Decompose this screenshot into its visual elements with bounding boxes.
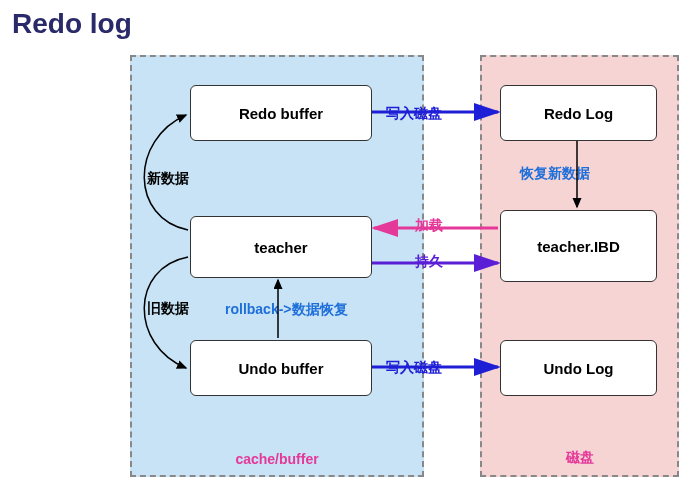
- redo-log-box: Redo Log: [500, 85, 657, 141]
- undo-log-box: Undo Log: [500, 340, 657, 396]
- cache-zone-label: cache/buffer: [235, 451, 318, 467]
- new-data-label: 新数据: [147, 170, 189, 188]
- write-disk-label-2: 写入磁盘: [386, 359, 442, 377]
- teacher-ibd-box: teacher.IBD: [500, 210, 657, 282]
- redo-buffer-box: Redo buffer: [190, 85, 372, 141]
- old-data-label: 旧数据: [147, 300, 189, 318]
- rollback-label: rollback->数据恢复: [225, 301, 348, 319]
- page-title: Redo log: [12, 8, 132, 40]
- load-label: 加载: [415, 217, 443, 235]
- persist-label: 持久: [415, 253, 443, 271]
- disk-zone-label: 磁盘: [566, 449, 594, 467]
- undo-buffer-box: Undo buffer: [190, 340, 372, 396]
- restore-new-label: 恢复新数据: [520, 165, 590, 183]
- teacher-box: teacher: [190, 216, 372, 278]
- write-disk-label-1: 写入磁盘: [386, 105, 442, 123]
